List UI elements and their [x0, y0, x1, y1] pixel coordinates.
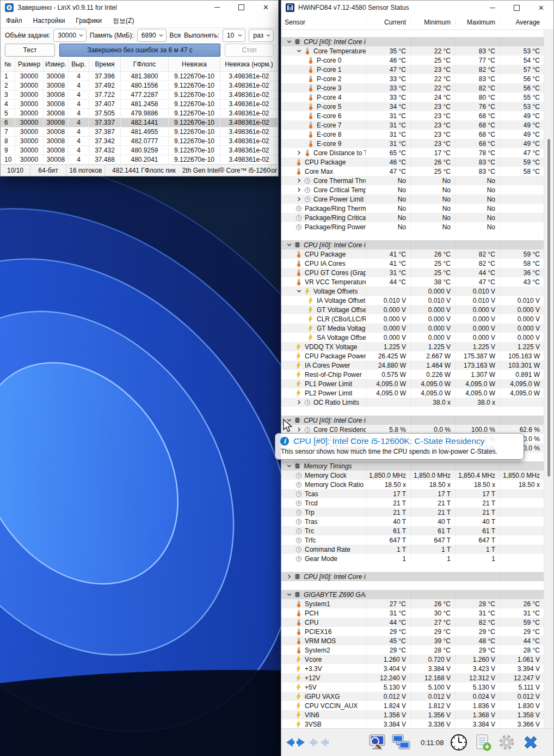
sensor-row[interactable]: VDDQ TX Voltage1.225 V1.225 V1.225 V1.22…	[281, 342, 544, 351]
sensor-row[interactable]: GT Voltage Offset0.000 V0.000 V0.000 V0.…	[281, 305, 544, 314]
column-header[interactable]: Current	[366, 19, 410, 26]
close-sensors-button[interactable]	[519, 731, 543, 754]
sensor-row[interactable]: PL1 Power Limit4,095.0 W4,095.0 W4,095.0…	[281, 379, 544, 388]
sensor-row[interactable]: Trfc647 T647 T647 T	[281, 535, 544, 545]
menu-item[interactable]: 정보(Z)	[107, 15, 139, 27]
sensor-row[interactable]: CPU Package41 °C26 °C82 °C59 °C	[281, 249, 544, 259]
chevron-down-icon[interactable]	[285, 463, 293, 469]
close-button[interactable]: ✕	[254, 1, 278, 15]
sensor-row[interactable]: IA Voltage Offset0.010 V0.010 V0.010 V0.…	[281, 296, 544, 305]
chevron-down-icon[interactable]	[285, 39, 293, 45]
sensor-row[interactable]: iGPU VAXG0.012 V0.012 V0.024 V0.012 V	[281, 692, 544, 701]
sensor-row[interactable]: P-core 534 °C23 °C76 °C53 °C	[281, 102, 544, 111]
maximize-button[interactable]	[504, 1, 529, 15]
sensor-row[interactable]: Gear Mode111	[281, 554, 544, 563]
sensor-row[interactable]: Core Max47 °C25 °C83 °C58 °C	[281, 167, 544, 176]
sensor-group-row[interactable]: Memory Timings	[281, 461, 544, 471]
table-row[interactable]: 33000030008437.722477.22879.122670e-103.…	[1, 90, 278, 100]
maximize-button[interactable]	[229, 1, 254, 15]
memory-select[interactable]: 6890	[137, 29, 167, 42]
sensor-row[interactable]: P-core 433 °C24 °C80 °C55 °C	[281, 93, 544, 102]
sensor-row[interactable]: +5V5.130 V5.100 V5.130 V5.111 V	[281, 682, 544, 692]
remote-monitoring-button[interactable]	[389, 731, 413, 754]
expand-columns-button[interactable]	[284, 731, 307, 754]
menu-item[interactable]: Настройки	[28, 15, 71, 26]
column-header[interactable]: ГФлопс	[121, 57, 169, 72]
sensor-row[interactable]: Memory Clock1,850.0 MHz1,850.0 MHz1,850.…	[281, 471, 544, 480]
task-size-select[interactable]: 30000	[53, 29, 86, 42]
column-header[interactable]: Время	[89, 57, 121, 72]
column-header[interactable]: Average	[500, 19, 544, 26]
run-count-select[interactable]: 10	[223, 29, 245, 42]
sensor-row[interactable]: P-core 147 °C23 °C82 °C57 °C	[281, 65, 544, 74]
test-button[interactable]: Тест	[5, 44, 55, 57]
column-header[interactable]: №	[1, 57, 15, 72]
sensor-row[interactable]: Package/Ring Power Limi...NoNoNo	[281, 222, 544, 231]
sensor-row[interactable]: PL2 Power Limit4,095.0 W4,095.0 W4,095.0…	[281, 388, 544, 398]
column-header[interactable]: Minimum	[410, 19, 455, 26]
column-header[interactable]: Выр.	[69, 57, 89, 72]
sensor-row[interactable]: CPU44 °C27 °C82 °C59 °C	[281, 618, 544, 627]
minimize-button[interactable]	[205, 1, 229, 15]
sensor-row[interactable]: SA Voltage Offset0.000 V0.000 V0.000 V0.…	[281, 333, 544, 342]
clock-button[interactable]	[447, 731, 471, 754]
sensor-row[interactable]: E-core 731 °C23 °C68 °C49 °C	[281, 120, 544, 130]
column-header[interactable]: Невязка (норм.)	[220, 57, 278, 72]
sensor-row[interactable]: P-core 233 °C22 °C83 °C56 °C	[281, 74, 544, 83]
report-button[interactable]	[471, 731, 495, 754]
sensor-row[interactable]: IA Cores Power24.880 W1.464 W173.163 W10…	[281, 361, 544, 370]
sensor-row[interactable]: Vcore1.260 V0.720 V1.260 V1.061 V	[281, 655, 544, 664]
sensor-row[interactable]: VIN61.356 V1.356 V1.368 V1.358 V	[281, 710, 544, 720]
vertical-scrollbar[interactable]	[544, 30, 553, 728]
sensor-row[interactable]: Core Critical Tempera...NoNoNo	[281, 185, 544, 194]
sensor-row[interactable]: PCH31 °C30 °C31 °C31 °C	[281, 608, 544, 618]
sensor-row[interactable]: +12V12.240 V12.168 V12.312 V12.247 V	[281, 673, 544, 682]
sensor-row[interactable]: System127 °C26 °C28 °C26 °C	[281, 599, 544, 608]
sensor-group-row[interactable]: CPU [#0]: Intel Core i5-1...	[281, 572, 544, 581]
sensor-row[interactable]: Rest-of-Chip Power0.575 W0.226 W1.307 W0…	[281, 370, 544, 379]
system-summary-button[interactable]	[365, 731, 389, 754]
sensor-row[interactable]: CPU Package Power26.425 W2.667 W175.387 …	[281, 351, 544, 361]
chevron-right-icon[interactable]	[294, 178, 303, 184]
sensor-row[interactable]: Trc61 T61 T61 T	[281, 526, 544, 535]
sensor-row[interactable]: P-core 333 °C22 °C82 °C56 °C	[281, 83, 544, 93]
sensor-row[interactable]: P-core 046 °C25 °C77 °C54 °C	[281, 56, 544, 65]
column-header[interactable]: Невязка	[169, 57, 220, 72]
chevron-right-icon[interactable]	[285, 574, 293, 580]
chevron-down-icon[interactable]	[285, 242, 293, 248]
sensor-row[interactable]: E-core 831 °C23 °C68 °C49 °C	[281, 130, 544, 139]
sensor-row[interactable]: VRM MOS45 °C39 °C48 °C44 °C	[281, 636, 544, 645]
chevron-right-icon[interactable]	[294, 399, 303, 405]
sensor-row[interactable]: Command Rate1 T1 T1 T	[281, 545, 544, 554]
sensor-group-row[interactable]: CPU [#0]: Intel Core i5-1...	[281, 240, 544, 249]
sensor-row[interactable]: Core Power Limit Exc...NoNoNo	[281, 194, 544, 204]
sensor-row[interactable]: Core Distance to TjMAX65 °C17 °C78 °C47 …	[281, 148, 544, 157]
sensor-row[interactable]: Trp21 T21 T21 T	[281, 508, 544, 517]
sensor-row[interactable]: GT Media Voltage Offset0.000 V0.000 V0.0…	[281, 324, 544, 333]
sensor-row[interactable]: Tcas17 T17 T17 T	[281, 489, 544, 498]
table-row[interactable]: 93000030008437.432480.92599.122670e-103.…	[1, 146, 278, 155]
chevron-down-icon[interactable]	[294, 48, 303, 54]
column-header[interactable]: Размер	[15, 57, 44, 72]
sensor-row[interactable]: CPU GT Cores (Graphics)31 °C25 °C44 °C36…	[281, 268, 544, 277]
sensor-row[interactable]: Voltage Offsets0.000 V0.010 V	[281, 286, 544, 296]
run-unit-select[interactable]: раз	[249, 29, 274, 42]
table-row[interactable]: 43000030008437.407481.24589.122670e-103.…	[1, 100, 278, 109]
table-row[interactable]: 103000030008437.488480.20419.122670e-103…	[1, 155, 278, 164]
sensor-row[interactable]: OC Ratio Limits38.0 x38.0 x	[281, 398, 544, 407]
sensor-row[interactable]: PCIEX1629 °C29 °C29 °C29 °C	[281, 627, 544, 636]
sensor-row[interactable]: CPU VCCIN_AUX1.824 V1.812 V1.836 V1.830 …	[281, 701, 544, 710]
sensor-row[interactable]: System229 °C28 °C29 °C28 °C	[281, 645, 544, 655]
sensor-group-row[interactable]: CPU [#0]: Intel Core i5-1...	[281, 37, 544, 46]
sensor-group-row[interactable]: CPU [#0]: Intel Core i5-1...	[281, 416, 544, 425]
table-row[interactable]: 53000030008437.505479.98869.122670e-103.…	[1, 109, 278, 118]
menu-item[interactable]: Графики	[70, 15, 107, 26]
chevron-right-icon[interactable]	[294, 426, 303, 432]
sensor-group-row[interactable]: GIGABYTE Z690 GAMING...	[281, 590, 544, 599]
sensor-row[interactable]: Tras40 T40 T40 T	[281, 517, 544, 526]
scrollbar-thumb[interactable]	[547, 139, 550, 477]
table-row[interactable]: 73000030008437.387481.49559.122670e-103.…	[1, 127, 278, 137]
sensor-row[interactable]: 3VSB3.384 V3.336 V3.384 V3.366 V	[281, 720, 544, 728]
settings-gear-button[interactable]	[495, 731, 519, 754]
column-header-sensor[interactable]: Sensor	[281, 19, 366, 26]
